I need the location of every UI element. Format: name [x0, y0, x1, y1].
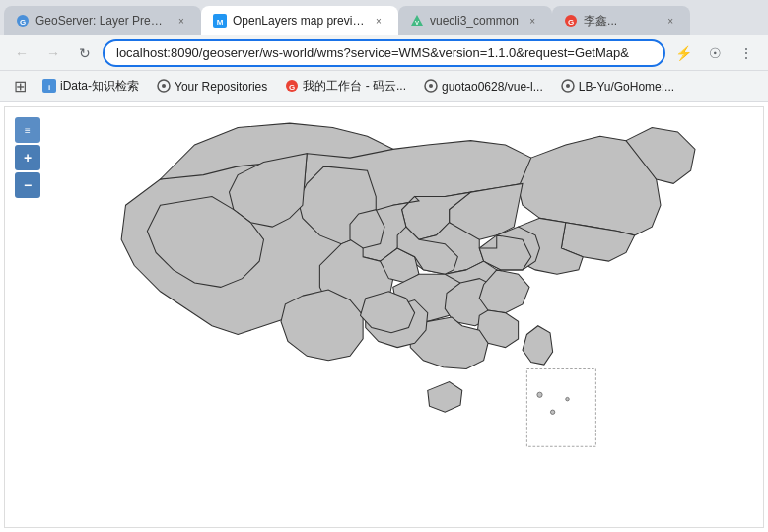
tab-geoserver-label: GeoServer: Layer Preview: [35, 14, 168, 28]
vuecli-favicon: V: [410, 14, 424, 28]
tab-vuecli[interactable]: V vuecli3_common ×: [398, 6, 552, 35]
bookmark-guotao-label: guotao0628/vue-l...: [442, 80, 543, 94]
profile-button[interactable]: ☉: [701, 39, 729, 67]
tab-geoserver-close[interactable]: ×: [174, 13, 189, 29]
bookmarks-bar: ⊞ i iData-知识检索 Your Repositories: [0, 71, 768, 102]
tab-openlayers-label: OpenLayers map preview: [233, 14, 365, 28]
reload-button[interactable]: ↻: [71, 39, 99, 67]
your-repos-icon: [157, 79, 171, 95]
tab-geoserver[interactable]: G GeoServer: Layer Preview ×: [4, 6, 201, 35]
bookmark-guotao[interactable]: guotao0628/vue-l...: [416, 75, 551, 99]
zoom-in-button[interactable]: +: [15, 145, 40, 170]
back-button[interactable]: ←: [8, 39, 35, 67]
svg-text:M: M: [217, 18, 224, 27]
bookmark-lb-yu[interactable]: LB-Yu/GoHome:...: [553, 75, 682, 99]
tab-g4-label: 李鑫...: [584, 13, 657, 30]
workspace-icon: G: [285, 79, 299, 95]
china-map: [5, 107, 763, 527]
tab-g4[interactable]: G 李鑫... ×: [552, 6, 690, 35]
map-controls: ≡ + −: [15, 117, 40, 198]
zoom-in-icon: +: [24, 150, 32, 166]
bookmark-your-repos[interactable]: Your Repositories: [149, 75, 275, 99]
bookmark-your-repos-label: Your Repositories: [175, 80, 267, 94]
tab-openlayers[interactable]: M OpenLayers map preview ×: [201, 6, 398, 35]
svg-point-19: [536, 392, 541, 397]
svg-text:G: G: [20, 18, 26, 27]
toolbar: ← → ↻ localhost:8090/geoserver/ws-world/…: [0, 35, 768, 71]
svg-point-20: [550, 410, 554, 414]
page-content: ≡ + −: [0, 102, 768, 532]
lb-yu-icon: [561, 79, 575, 95]
svg-point-11: [162, 84, 166, 88]
openlayers-favicon: M: [213, 14, 227, 28]
svg-point-17: [566, 84, 570, 88]
svg-text:V: V: [415, 20, 419, 26]
bookmark-workspace[interactable]: G 我的工作台 - 码云...: [277, 74, 414, 99]
g4-favicon: G: [564, 14, 578, 28]
extensions-button[interactable]: ⚡: [669, 39, 697, 67]
svg-text:i: i: [48, 83, 50, 92]
svg-point-21: [565, 397, 569, 401]
tab-bar: G GeoServer: Layer Preview × M OpenLayer…: [0, 0, 768, 35]
bookmark-workspace-label: 我的工作台 - 码云...: [303, 78, 406, 95]
map-menu-button[interactable]: ≡: [15, 117, 40, 143]
bookmark-lb-yu-label: LB-Yu/GoHome:...: [579, 80, 674, 94]
map-container[interactable]: ≡ + −: [4, 106, 764, 528]
svg-text:G: G: [289, 83, 295, 92]
address-bar[interactable]: localhost:8090/geoserver/ws-world/wms?se…: [103, 39, 665, 67]
zoom-out-button[interactable]: −: [15, 172, 40, 198]
svg-rect-18: [526, 369, 595, 447]
geoserver-favicon: G: [16, 14, 30, 28]
apps-button[interactable]: ⊞: [8, 73, 33, 100]
svg-point-15: [429, 84, 433, 88]
map-menu-icon: ≡: [25, 125, 31, 136]
idata-icon: i: [42, 79, 56, 95]
tab-vuecli-close[interactable]: ×: [524, 13, 540, 29]
guotao-icon: [424, 79, 438, 95]
browser-window: G GeoServer: Layer Preview × M OpenLayer…: [0, 0, 768, 532]
address-text: localhost:8090/geoserver/ws-world/wms?se…: [116, 45, 629, 60]
menu-button[interactable]: ⋮: [733, 39, 760, 67]
tab-g4-close[interactable]: ×: [663, 13, 678, 29]
tab-openlayers-close[interactable]: ×: [371, 13, 386, 29]
tab-vuecli-label: vuecli3_common: [430, 14, 519, 28]
forward-button[interactable]: →: [39, 39, 67, 67]
svg-text:G: G: [568, 18, 574, 27]
bookmark-idata-label: iData-知识检索: [60, 78, 139, 95]
bookmark-idata[interactable]: i iData-知识检索: [35, 74, 147, 99]
zoom-out-icon: −: [24, 177, 32, 193]
